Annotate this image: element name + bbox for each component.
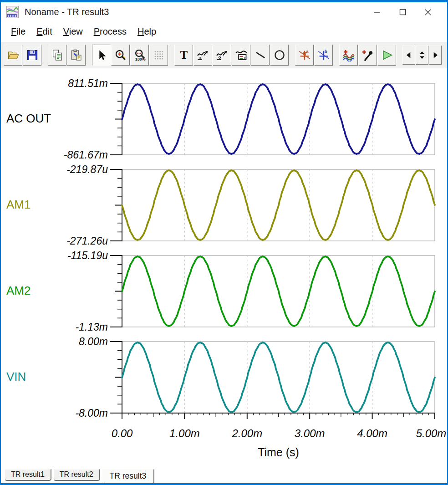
page-left-button[interactable] [402, 46, 415, 65]
select-pointer-button[interactable] [92, 45, 111, 66]
paste-icon [70, 49, 83, 61]
cursor-b-button[interactable]: b [314, 45, 333, 66]
curve-legend-icon: x [235, 49, 248, 61]
close-icon [424, 9, 432, 16]
plot-canvas-am2[interactable] [102, 255, 437, 336]
y-axis-min-label-am2: -1.13m [14, 321, 108, 333]
signal-label-vin: VIN [6, 370, 97, 384]
menu-item-help[interactable]: Help [132, 25, 162, 39]
y-axis-max-label-am2: -115.19u [14, 250, 108, 262]
window-border-left [0, 0, 1, 485]
page-right-button[interactable] [429, 46, 442, 65]
svg-text:x: x [244, 56, 246, 60]
draw-line-button[interactable] [251, 45, 270, 66]
add-curves-icon [342, 49, 355, 61]
arrow-left-icon [404, 48, 413, 62]
svg-text:T: T [180, 49, 187, 61]
draw-ellipse-button[interactable] [270, 45, 289, 66]
plot-canvas-vin[interactable] [102, 341, 437, 422]
plot-canvas-ac-out[interactable] [102, 82, 437, 163]
grid-dots-icon [153, 49, 165, 61]
menu-bar: File Edit View Process Help [1, 22, 447, 41]
open-folder-icon [7, 49, 20, 61]
svg-text:100%: 100% [135, 57, 146, 61]
y-axis-max-label-vin: 8.00m [14, 336, 108, 348]
zoom-in-button[interactable] [111, 45, 130, 66]
cursor-a-button[interactable]: a [295, 45, 314, 66]
close-button[interactable] [415, 2, 441, 22]
cursor-b-icon: b [317, 49, 330, 61]
cursor-a-icon: a [298, 49, 311, 61]
text-icon: T [178, 49, 190, 61]
window-title: Noname - TR result3 [25, 7, 109, 17]
curve-legend-button[interactable]: x [232, 45, 250, 66]
pointer-icon [95, 49, 108, 61]
copy-button[interactable] [48, 45, 66, 66]
tab-tr-result2[interactable]: TR result2 [53, 469, 100, 481]
window-border-top [0, 0, 448, 2]
tab-tr-result1[interactable]: TR result1 [5, 469, 51, 481]
open-button[interactable] [4, 45, 22, 66]
page-scroll-button[interactable] [416, 46, 428, 65]
zoom-100-icon: 100% [133, 49, 146, 61]
x-tick-label: 5.00m [411, 427, 448, 440]
y-axis-min-label-vin: -8.00m [14, 407, 108, 419]
x-tick-label: 2.00m [227, 427, 268, 440]
svg-text:?: ? [218, 55, 221, 61]
zoom-in-icon [114, 49, 127, 61]
signal-label-am1: AM1 [6, 198, 97, 212]
app-window: Noname - TR result3 File Edit View Proce… [0, 0, 448, 485]
add-probe-button[interactable] [358, 45, 377, 66]
x-axis-title: Time (s) [122, 446, 435, 459]
save-floppy-icon [26, 49, 39, 61]
copy-icon [51, 49, 64, 61]
x-tick-label: 3.00m [289, 427, 330, 440]
y-axis-max-label-am1: -219.87u [14, 163, 108, 176]
svg-text:b: b [324, 49, 327, 54]
curve-annotate-button[interactable]: a [193, 45, 212, 66]
save-button[interactable] [23, 45, 41, 66]
maximize-icon [399, 9, 406, 15]
menu-item-edit[interactable]: Edit [31, 25, 57, 39]
ellipse-icon [273, 49, 286, 61]
svg-text:a: a [199, 56, 201, 61]
y-axis-min-label-am1: -271.26u [14, 235, 108, 247]
grid-button[interactable] [149, 45, 168, 66]
menu-item-file[interactable]: File [5, 25, 31, 39]
curve-arrow-a-icon: a [197, 49, 209, 61]
svg-text:a: a [305, 49, 308, 54]
x-tick-label: 1.00m [164, 427, 205, 440]
probe-icon [361, 49, 374, 61]
insert-text-button[interactable]: T [174, 45, 193, 66]
signal-label-am2: AM2 [6, 284, 97, 298]
title-bar[interactable]: Noname - TR result3 [1, 2, 447, 22]
zoom-100-button[interactable]: 100% [130, 45, 149, 66]
add-curves-button[interactable] [339, 45, 358, 66]
result-tab-bar: TR result1 TR result2 TR result3 [1, 465, 447, 483]
run-icon [381, 49, 393, 61]
minimize-button[interactable] [364, 2, 390, 22]
arrow-up-down-icon [417, 48, 427, 62]
y-axis-max-label-ac-out: 811.51m [14, 77, 108, 90]
paste-button[interactable] [67, 45, 86, 66]
line-icon [254, 49, 267, 61]
plot-canvas-am1[interactable] [102, 168, 437, 250]
maximize-button[interactable] [390, 2, 415, 22]
tab-tr-result3[interactable]: TR result3 [102, 469, 155, 484]
run-button[interactable] [377, 45, 396, 66]
curve-arrow-question-icon: ? [216, 49, 229, 61]
y-axis-min-label-ac-out: -861.67m [14, 149, 108, 161]
x-tick-label: 4.00m [352, 427, 393, 440]
x-tick-label: 0.00 [102, 427, 143, 440]
toolbar: 100% T a [1, 42, 447, 68]
arrow-right-icon [431, 48, 440, 62]
curve-query-button[interactable]: ? [213, 45, 231, 66]
window-border-bottom [0, 483, 448, 485]
menu-item-view[interactable]: View [58, 25, 88, 39]
menu-item-process[interactable]: Process [88, 25, 132, 39]
app-icon [6, 6, 19, 18]
minimize-icon [374, 9, 381, 15]
signal-label-ac-out: AC OUT [6, 112, 97, 126]
